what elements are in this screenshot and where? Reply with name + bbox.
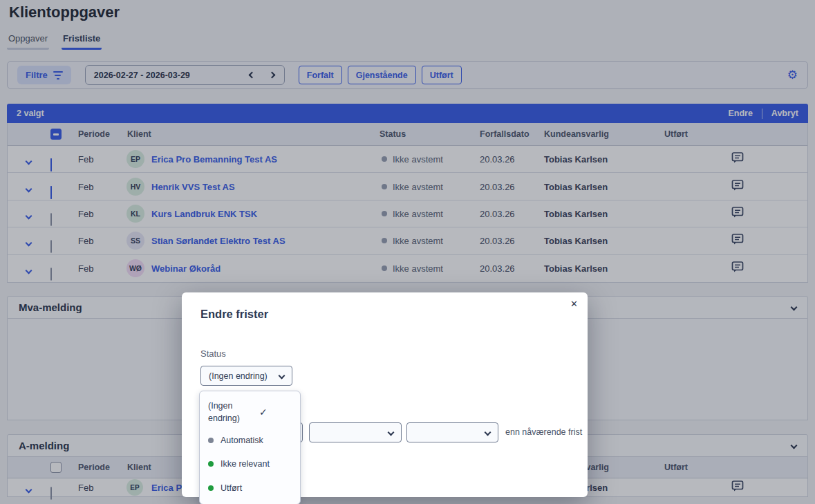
deadline-suffix-text: enn nåværende frist <box>505 427 582 437</box>
option-label: Utført <box>221 482 242 494</box>
status-select-value: (Ingen endring) <box>209 371 268 381</box>
status-dot-icon <box>208 485 214 491</box>
client-tasks-page: Klientoppgaver Oppgaver Fristliste Filtr… <box>0 0 815 504</box>
dropdown-option-automatisk[interactable]: Automatisk <box>200 429 300 452</box>
option-label: Ikke relevant <box>221 458 270 470</box>
dropdown-option-utfort[interactable]: Utført <box>200 476 300 500</box>
option-label: (Ingen endring) <box>208 400 251 424</box>
status-field-label: Status <box>200 348 226 359</box>
option-label: Automatisk <box>221 434 263 447</box>
dropdown-option-ingen-endring[interactable]: (Ingen endring) ✓ <box>200 394 300 429</box>
status-dot-icon <box>208 438 214 443</box>
status-select[interactable]: (Ingen endring) <box>200 366 292 386</box>
status-dropdown: (Ingen endring) ✓ Automatisk Ikke releva… <box>199 391 301 504</box>
check-icon: ✓ <box>259 407 268 418</box>
deadline-unit-select[interactable] <box>406 422 498 442</box>
deadline-amount-select[interactable] <box>309 422 402 442</box>
dropdown-option-ikke-relevant[interactable]: Ikke relevant <box>200 452 300 476</box>
chevron-down-icon <box>388 429 395 436</box>
close-icon[interactable]: ✕ <box>570 299 578 309</box>
chevron-down-icon <box>485 429 491 436</box>
status-dot-icon <box>208 461 214 467</box>
chevron-down-icon <box>279 373 285 380</box>
modal-title: Endre frister <box>200 308 268 321</box>
change-deadlines-modal: ✕ Endre frister Status (Ingen endring) e… <box>182 292 588 497</box>
